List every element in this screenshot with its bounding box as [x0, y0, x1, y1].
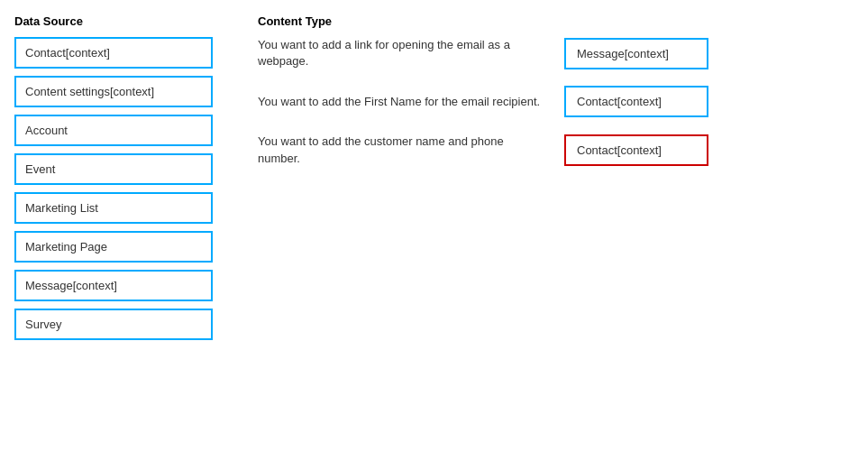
data-source-header: Data Source [14, 14, 240, 28]
data-source-item-3[interactable]: Event [14, 153, 213, 185]
qa-question-0: You want to add a link for opening the e… [258, 37, 546, 69]
data-source-item-7[interactable]: Survey [14, 309, 213, 340]
qa-answer-0[interactable]: Message[context] [564, 38, 708, 69]
data-source-item-5[interactable]: Marketing Page [14, 231, 213, 263]
right-panel: Content Type You want to add a link for … [258, 14, 854, 347]
qa-row-1: You want to add the First Name for the e… [258, 86, 854, 117]
qa-row-2: You want to add the customer name and ph… [258, 134, 854, 166]
left-panel: Data Source Contact[context]Content sett… [14, 14, 258, 347]
qa-answer-1[interactable]: Contact[context] [564, 86, 708, 117]
data-source-item-0[interactable]: Contact[context] [14, 37, 213, 69]
qa-list: You want to add a link for opening the e… [258, 37, 854, 183]
qa-question-2: You want to add the customer name and ph… [258, 134, 546, 166]
data-source-list: Contact[context]Content settings[context… [14, 37, 240, 340]
qa-answer-2[interactable]: Contact[context] [564, 134, 708, 166]
qa-row-0: You want to add a link for opening the e… [258, 37, 854, 69]
data-source-item-6[interactable]: Message[context] [14, 270, 213, 301]
data-source-item-4[interactable]: Marketing List [14, 192, 213, 224]
data-source-item-1[interactable]: Content settings[context] [14, 76, 213, 107]
content-type-header: Content Type [258, 14, 854, 28]
qa-question-1: You want to add the First Name for the e… [258, 94, 546, 110]
data-source-item-2[interactable]: Account [14, 115, 213, 146]
